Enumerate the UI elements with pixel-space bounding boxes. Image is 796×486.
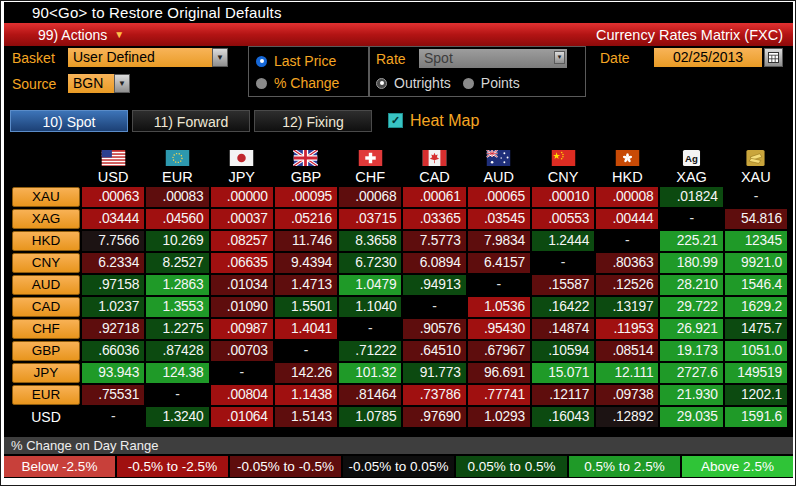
cell-jpy-eur[interactable]: 124.38 xyxy=(146,363,208,383)
cell-xag-gbp[interactable]: .05216 xyxy=(275,209,337,229)
cell-gbp-xag[interactable]: 19.173 xyxy=(660,341,722,361)
cell-gbp-eur[interactable]: .87428 xyxy=(146,341,208,361)
row-header-cny[interactable]: CNY xyxy=(12,253,80,273)
cell-usd-chf[interactable]: 1.0785 xyxy=(339,407,401,427)
cell-hkd-xau[interactable]: 12345 xyxy=(725,231,787,251)
column-header-aud[interactable]: AUD xyxy=(468,141,530,185)
calendar-icon[interactable] xyxy=(764,48,783,67)
cell-hkd-eur[interactable]: 10.269 xyxy=(146,231,208,251)
tab-12-fixing[interactable]: 12) Fixing xyxy=(254,110,372,132)
cell-chf-eur[interactable]: 1.2275 xyxy=(146,319,208,339)
cell-cad-eur[interactable]: 1.3553 xyxy=(146,297,208,317)
cell-aud-cny[interactable]: .15587 xyxy=(532,275,594,295)
cell-eur-hkd[interactable]: .09738 xyxy=(596,385,658,405)
cell-gbp-xau[interactable]: 1051.0 xyxy=(725,341,787,361)
cell-xau-jpy[interactable]: .00000 xyxy=(211,187,273,207)
cell-jpy-cny[interactable]: 15.071 xyxy=(532,363,594,383)
cell-chf-xag[interactable]: 26.921 xyxy=(660,319,722,339)
row-header-jpy[interactable]: JPY xyxy=(12,363,80,383)
cell-jpy-usd[interactable]: 93.943 xyxy=(82,363,144,383)
cell-aud-jpy[interactable]: .01034 xyxy=(211,275,273,295)
cell-xau-hkd[interactable]: .00008 xyxy=(596,187,658,207)
row-header-usd[interactable]: USD xyxy=(12,407,80,427)
column-header-cad[interactable]: CAD xyxy=(403,141,465,185)
cell-aud-xag[interactable]: 28.210 xyxy=(660,275,722,295)
column-header-gbp[interactable]: GBP xyxy=(275,141,337,185)
cell-usd-xau[interactable]: 1591.6 xyxy=(725,407,787,427)
column-header-xau[interactable]: XAU xyxy=(725,141,787,185)
rate-select[interactable]: Spot xyxy=(419,49,567,68)
cell-usd-xag[interactable]: 29.035 xyxy=(660,407,722,427)
cell-cad-gbp[interactable]: 1.5501 xyxy=(275,297,337,317)
cell-jpy-jpy[interactable]: - xyxy=(211,363,273,383)
cell-cny-cny[interactable]: - xyxy=(532,253,594,273)
row-header-aud[interactable]: AUD xyxy=(12,275,80,295)
cell-chf-xau[interactable]: 1475.7 xyxy=(725,319,787,339)
cell-gbp-gbp[interactable]: - xyxy=(275,341,337,361)
cell-hkd-hkd[interactable]: - xyxy=(596,231,658,251)
cell-hkd-gbp[interactable]: 11.746 xyxy=(275,231,337,251)
cell-jpy-hkd[interactable]: 12.111 xyxy=(596,363,658,383)
source-select[interactable]: BGN xyxy=(68,74,114,93)
row-header-hkd[interactable]: HKD xyxy=(12,231,80,251)
cell-cad-xag[interactable]: 29.722 xyxy=(660,297,722,317)
actions-menu-button[interactable]: 99) Actions ▼ xyxy=(38,27,124,43)
cell-chf-usd[interactable]: .92718 xyxy=(82,319,144,339)
cell-aud-chf[interactable]: 1.0479 xyxy=(339,275,401,295)
cell-cad-jpy[interactable]: .01090 xyxy=(211,297,273,317)
column-header-chf[interactable]: CHF xyxy=(339,141,401,185)
cell-usd-cad[interactable]: .97690 xyxy=(403,407,465,427)
cell-usd-usd[interactable]: - xyxy=(82,407,144,427)
cell-eur-cny[interactable]: .12117 xyxy=(532,385,594,405)
cell-xag-aud[interactable]: .03545 xyxy=(468,209,530,229)
cell-chf-jpy[interactable]: .00987 xyxy=(211,319,273,339)
cell-jpy-gbp[interactable]: 142.26 xyxy=(275,363,337,383)
cell-hkd-cad[interactable]: 7.5773 xyxy=(403,231,465,251)
cell-cny-xag[interactable]: 180.99 xyxy=(660,253,722,273)
column-header-usd[interactable]: USD xyxy=(82,141,144,185)
cell-usd-hkd[interactable]: .12892 xyxy=(596,407,658,427)
cell-cny-usd[interactable]: 6.2334 xyxy=(82,253,144,273)
cell-usd-jpy[interactable]: .01064 xyxy=(211,407,273,427)
cell-chf-cny[interactable]: .14874 xyxy=(532,319,594,339)
cell-gbp-jpy[interactable]: .00703 xyxy=(211,341,273,361)
cell-xau-eur[interactable]: .00083 xyxy=(146,187,208,207)
cell-cny-hkd[interactable]: .80363 xyxy=(596,253,658,273)
last-price-radio[interactable]: Last Price xyxy=(249,50,369,72)
cell-cad-aud[interactable]: 1.0536 xyxy=(468,297,530,317)
cell-eur-xau[interactable]: 1202.1 xyxy=(725,385,787,405)
cell-aud-gbp[interactable]: 1.4713 xyxy=(275,275,337,295)
row-header-eur[interactable]: EUR xyxy=(12,385,80,405)
row-header-chf[interactable]: CHF xyxy=(12,319,80,339)
column-header-eur[interactable]: EUR xyxy=(146,141,208,185)
cell-xau-xag[interactable]: .01824 xyxy=(660,187,722,207)
basket-select[interactable]: User Defined xyxy=(68,48,212,67)
row-header-cad[interactable]: CAD xyxy=(12,297,80,317)
heat-map-checkbox[interactable]: ✓ Heat Map xyxy=(388,112,479,130)
cell-gbp-cad[interactable]: .64510 xyxy=(403,341,465,361)
cell-eur-xag[interactable]: 21.930 xyxy=(660,385,722,405)
row-header-gbp[interactable]: GBP xyxy=(12,341,80,361)
cell-jpy-cad[interactable]: 91.773 xyxy=(403,363,465,383)
cell-xau-cny[interactable]: .00010 xyxy=(532,187,594,207)
cell-aud-eur[interactable]: 1.2863 xyxy=(146,275,208,295)
cell-xag-cny[interactable]: .00553 xyxy=(532,209,594,229)
cell-cad-hkd[interactable]: .13197 xyxy=(596,297,658,317)
cell-xag-chf[interactable]: .03715 xyxy=(339,209,401,229)
cell-aud-hkd[interactable]: .12526 xyxy=(596,275,658,295)
cell-jpy-xag[interactable]: 2727.6 xyxy=(660,363,722,383)
cell-cny-gbp[interactable]: 9.4394 xyxy=(275,253,337,273)
cell-usd-eur[interactable]: 1.3240 xyxy=(146,407,208,427)
cell-usd-gbp[interactable]: 1.5143 xyxy=(275,407,337,427)
cell-gbp-aud[interactable]: .67967 xyxy=(468,341,530,361)
row-header-xag[interactable]: XAG xyxy=(12,209,80,229)
tab-10-spot[interactable]: 10) Spot xyxy=(10,110,128,132)
cell-chf-aud[interactable]: .95430 xyxy=(468,319,530,339)
cell-eur-jpy[interactable]: .00804 xyxy=(211,385,273,405)
cell-cad-xau[interactable]: 1629.2 xyxy=(725,297,787,317)
cell-xag-xag[interactable]: - xyxy=(660,209,722,229)
basket-dropdown-arrow-icon[interactable]: ▼ xyxy=(212,48,228,67)
cell-xag-usd[interactable]: .03444 xyxy=(82,209,144,229)
column-header-cny[interactable]: CNY xyxy=(532,141,594,185)
rate-dropdown-arrow-icon[interactable]: ▼ xyxy=(554,51,565,64)
